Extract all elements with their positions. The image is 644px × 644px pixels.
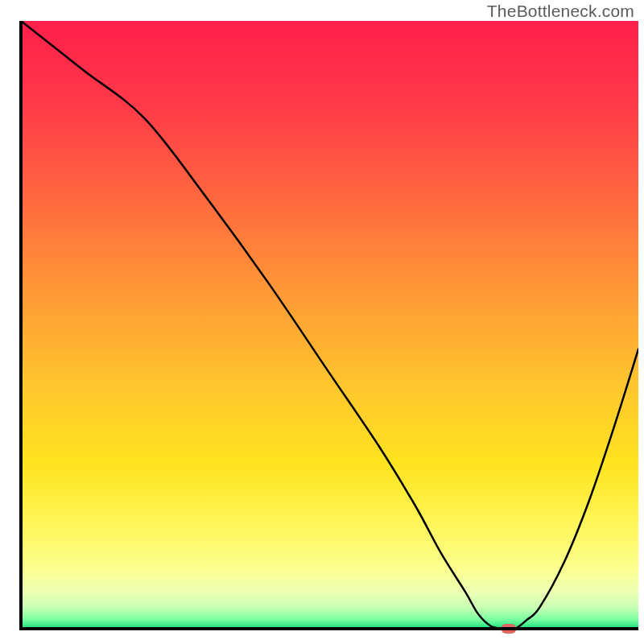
bottleneck-chart <box>0 0 644 644</box>
gradient-background <box>21 21 638 629</box>
chart-container: TheBottleneck.com <box>0 0 644 644</box>
